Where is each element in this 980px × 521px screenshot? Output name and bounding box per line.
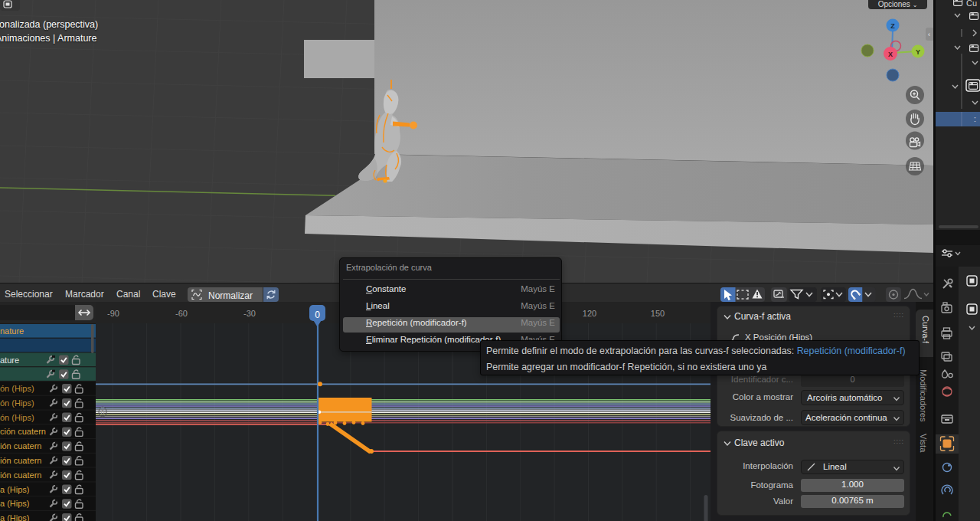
svg-text:0: 0 [100, 408, 104, 416]
svg-text:Y: Y [916, 48, 920, 56]
svg-text::: : [974, 115, 976, 123]
svg-text:0: 0 [315, 310, 320, 320]
svg-text:‹: ‹ [928, 31, 930, 38]
svg-text:Cu: Cu [966, 0, 977, 8]
svg-text:Z: Z [890, 22, 895, 30]
svg-text:X: X [888, 51, 893, 58]
